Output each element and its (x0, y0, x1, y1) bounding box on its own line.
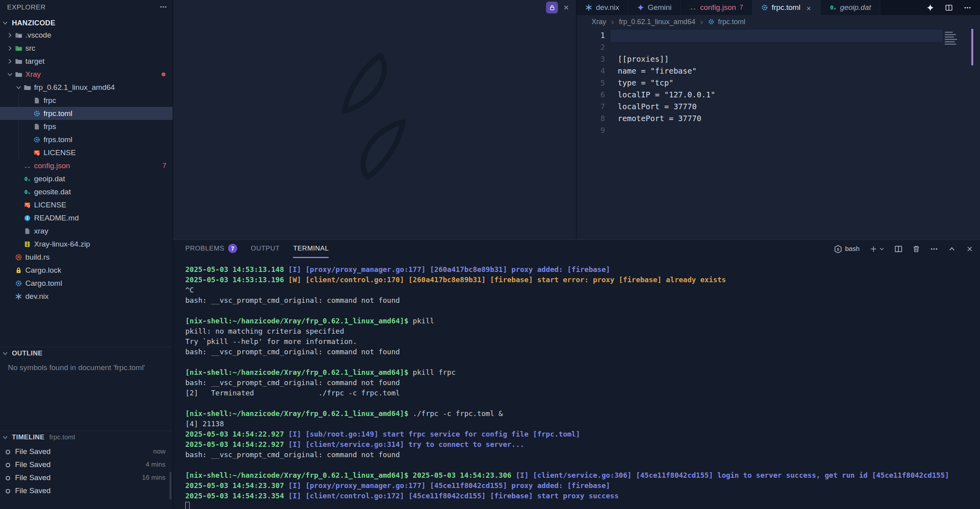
file-icon (24, 228, 31, 235)
idx-watermark-logo (333, 51, 415, 181)
split-terminal-icon[interactable] (894, 245, 902, 253)
tree-item-LICENSE[interactable]: LICENSE (0, 146, 173, 159)
tree-item-Xray-linux-64.zip[interactable]: Xray-linux-64.zip (0, 237, 173, 251)
panel-tab-problems[interactable]: PROBLEMS7 (185, 240, 237, 258)
tree-item-label: Cargo.lock (25, 266, 61, 275)
tree-item-build.rs[interactable]: Rbuild.rs (0, 251, 173, 264)
panel-tab-terminal[interactable]: TERMINAL (293, 240, 329, 258)
zip-icon (24, 241, 31, 248)
terminal-text: [W] [client/control.go:170] [260a417bc8e… (288, 275, 726, 284)
terminal-output[interactable]: 2025-05-03 14:53:13.148 [I] [proxy/proxy… (185, 264, 949, 509)
trash-icon[interactable] (912, 245, 920, 253)
tab-Gemini[interactable]: Gemini (628, 0, 681, 15)
tree-item-label: dev.nix (25, 292, 49, 301)
terminal-text: pkill: no matching criteria specified (185, 327, 344, 335)
minimap[interactable] (945, 32, 959, 46)
plus-icon[interactable] (870, 245, 877, 253)
terminal-text: [nix-shell:~/hanzicode/Xray/frp_0.62.1_l… (185, 317, 409, 325)
terminal-text: Try `pkill --help' for more information. (185, 337, 357, 346)
tree-item-frp_0.62.1_linux_amd64[interactable]: frp_0.62.1_linux_amd64 (0, 81, 173, 94)
code-line: [[proxies]] (618, 53, 715, 65)
panel-tab-output[interactable]: OUTPUT (251, 240, 280, 258)
tab-label: dev.nix (596, 3, 619, 12)
more-actions-icon[interactable] (930, 245, 938, 253)
tree-item-frps[interactable]: frps (0, 120, 173, 133)
close-editor-group-icon[interactable] (563, 4, 570, 11)
tab-bar-actions (927, 0, 980, 15)
tab-geoip.dat[interactable]: 0×geoip.dat (821, 0, 880, 15)
timeline-item-label: File Saved (15, 486, 51, 495)
workspace-root[interactable]: HANZICODE (0, 17, 173, 28)
tree-item-LICENSE[interactable]: LICENSE (0, 198, 173, 211)
gear-icon (761, 4, 768, 11)
split-editor-icon[interactable] (945, 4, 953, 11)
terminal-line: [2] Terminated ./frpc -c frpc.toml (185, 388, 949, 398)
outline-title: OUTLINE (12, 349, 42, 357)
more-actions-icon[interactable] (964, 4, 971, 11)
tree-item-.vscode[interactable]: .vscode (0, 28, 173, 42)
breadcrumb-item[interactable]: frpc.toml (718, 18, 745, 26)
tree-item-Cargo.lock[interactable]: Cargo.lock (0, 264, 173, 277)
chevron-down-icon[interactable] (879, 246, 885, 252)
terminal-line: [nix-shell:~/hanzicode/Xray/frp_0.62.1_l… (185, 316, 949, 326)
tree-item-label: LICENSE (44, 148, 76, 157)
tree-item-target[interactable]: target (0, 55, 173, 68)
gear-icon (708, 19, 714, 25)
tree-item-frps.toml[interactable]: frps.toml (0, 133, 173, 146)
folder-src-icon: ‹› (15, 45, 22, 52)
tree-item-Xray[interactable]: Xray (0, 68, 173, 81)
timeline-item[interactable]: File Savednow (0, 445, 173, 458)
timeline-item[interactable]: File Saved16 mins (0, 471, 173, 484)
nix-icon (15, 293, 22, 300)
maximize-panel-icon[interactable] (948, 245, 956, 253)
code-editor[interactable]: 123456789 [[proxies]]name = "firebase"ty… (577, 0, 980, 239)
tab-frpc.toml[interactable]: frpc.toml (752, 0, 821, 15)
new-terminal-control[interactable] (870, 245, 885, 253)
svg-text:R: R (17, 255, 20, 259)
terminal-line: bash: __vsc_prompt_cmd_original: command… (185, 378, 949, 388)
panel-tab-label: OUTPUT (251, 245, 280, 253)
close-panel-icon[interactable] (966, 245, 974, 253)
tree-item-frpc.toml[interactable]: frpc.toml (0, 107, 173, 120)
tree-item-src[interactable]: ‹›src (0, 42, 173, 55)
svg-text:0: 0 (25, 175, 28, 182)
timeline-item[interactable]: File Saved (0, 484, 173, 497)
code-line: name = "firebase" (618, 65, 715, 77)
tree-item-Cargo.toml[interactable]: Cargo.toml (0, 277, 173, 290)
terminal-line: bash: __vsc_prompt_cmd_original: command… (185, 347, 949, 357)
ai-sparkle-icon[interactable] (927, 4, 934, 11)
tree-item-xray[interactable]: xray (0, 224, 173, 237)
close-tab-icon[interactable] (806, 5, 812, 11)
tree-item-README.md[interactable]: README.md (0, 211, 173, 224)
terminal-text: 2025-05-03 14:54:23.307 (185, 481, 288, 490)
tree-item-label: frps.toml (44, 135, 72, 144)
editor-lock-button[interactable] (546, 2, 558, 13)
terminal-line: pkill: no matching criteria specified (185, 326, 949, 336)
explorer-more-actions-icon[interactable] (160, 3, 167, 12)
terminal-text: bash: __vsc_prompt_cmd_original: command… (185, 348, 400, 356)
tree-item-frpc[interactable]: frpc (0, 94, 173, 107)
tab-config.json[interactable]: {..}config.json7 (681, 0, 752, 15)
outline-section-header[interactable]: OUTLINE (0, 347, 173, 359)
editor-scrollbar[interactable] (971, 29, 973, 65)
tree-item-dev.nix[interactable]: dev.nix (0, 290, 173, 303)
tree-item-geoip.dat[interactable]: 0×geoip.dat (0, 172, 173, 185)
timeline-section-header[interactable]: TIMELINE frpc.toml (0, 431, 173, 443)
sidebar-scrollbar[interactable] (169, 472, 171, 500)
terminal-line: [nix-shell:~/hanzicode/Xray/frp_0.62.1_l… (185, 408, 949, 419)
modified-dot-badge (162, 72, 166, 76)
tree-item-config.json[interactable]: {..}config.json7 (0, 159, 173, 172)
terminal-line: [nix-shell:~/hanzicode/Xray/frp_0.62.1_l… (185, 367, 949, 378)
terminal-cursor (185, 502, 190, 509)
terminal-text: 2025-05-03 14:53:13.196 (185, 275, 288, 284)
lock-file-icon (15, 267, 22, 274)
shell-selector[interactable]: $ bash (834, 245, 860, 253)
timeline-item[interactable]: File Saved4 mins (0, 458, 173, 471)
tree-item-geosite.dat[interactable]: 0×geosite.dat (0, 185, 173, 198)
panel-actions: $ bash (834, 240, 974, 258)
chevron-right-icon (699, 19, 704, 25)
breadcrumb-item[interactable]: Xray (592, 18, 606, 26)
breadcrumb[interactable]: Xrayfrp_0.62.1_linux_amd64frpc.toml (577, 15, 980, 28)
tab-dev.nix[interactable]: dev.nix (577, 0, 628, 15)
breadcrumb-item[interactable]: frp_0.62.1_linux_amd64 (619, 18, 695, 26)
